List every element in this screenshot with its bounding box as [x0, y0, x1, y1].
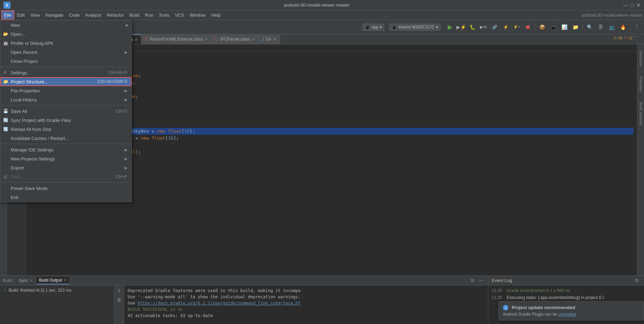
menu-edit[interactable]: Edit: [14, 10, 27, 20]
menu-item-open-recent[interactable]: Open Recent ▶: [0, 48, 131, 57]
sep1: [0, 67, 131, 67]
menu-item-print[interactable]: 🖨 Print... Ctrl+P: [0, 172, 131, 181]
menu-item-manage-ide[interactable]: Manage IDE Settings ▶: [0, 145, 131, 154]
right-panels: Structure Favorites Build Variants: [637, 44, 644, 275]
favorites-panel-btn[interactable]: Favorites: [637, 72, 644, 97]
menu-file[interactable]: File: [1, 10, 14, 20]
menu-build[interactable]: Build: [127, 10, 142, 20]
tab-sa[interactable]: J SA ✕: [259, 34, 280, 44]
menu-item-power-save[interactable]: Power Save Mode: [0, 184, 131, 193]
profiler[interactable]: 📊: [559, 22, 569, 32]
menu-analyze[interactable]: Analyze: [83, 10, 104, 20]
robot-icon: 🤖: [3, 41, 8, 45]
menu-item-exit[interactable]: Exit: [0, 193, 131, 202]
structure-panel-btn[interactable]: Structure: [637, 44, 644, 72]
tab-sync[interactable]: Sync ✕: [16, 277, 35, 284]
print-icon: 🖨: [3, 174, 7, 179]
tab-parserxml-close[interactable]: ✕: [205, 37, 208, 42]
menu-help[interactable]: Help: [208, 10, 223, 20]
sep4: [0, 182, 131, 183]
menu-run[interactable]: Run: [142, 10, 156, 20]
menu-item-sync-gradle[interactable]: 🔄 Sync Project with Gradle Files: [0, 116, 131, 125]
tab-parserxml[interactable]: C ParserForXMLSchema.class ✕: [141, 34, 211, 44]
menu-view[interactable]: View: [27, 10, 43, 20]
tab-parserxml-label: ParserForXMLSchema.class: [150, 37, 203, 42]
avd-manager[interactable]: 📱: [548, 22, 558, 32]
menu-item-file-properties[interactable]: File Properties ▶: [0, 86, 131, 95]
menu-item-profile-debug[interactable]: 🤖 Profile or Debug APK: [0, 39, 131, 48]
layout-inspector[interactable]: 🔍: [585, 22, 594, 32]
expand-icon[interactable]: ⌃: [634, 35, 637, 40]
menu-item-local-history[interactable]: Local History ▶: [0, 95, 131, 104]
emulator[interactable]: 📺: [607, 22, 617, 32]
menu-item-new-projects[interactable]: New Projects Settings ▶: [0, 154, 131, 163]
sdk-manager[interactable]: 📦: [537, 22, 547, 32]
coverage-button[interactable]: ▶%: [479, 22, 488, 32]
notification-link[interactable]: upgraded: [558, 312, 576, 317]
menu-item-export[interactable]: Export ▶: [0, 163, 131, 172]
menu-item-reload-disk[interactable]: 🔃 Reload All from Disk: [0, 125, 131, 134]
maximize-btn[interactable]: □: [631, 2, 634, 8]
app-selector[interactable]: 📱 app ▾: [362, 24, 384, 31]
device-selector[interactable]: 📱 Xiaomi M2007J17C ▾: [389, 24, 440, 31]
tab-build-output[interactable]: Build Output ✕: [36, 277, 69, 284]
device-file-explorer[interactable]: 📁: [570, 22, 580, 32]
menu-tools[interactable]: Tools: [156, 10, 172, 20]
build-variants-btn[interactable]: Build Variants: [637, 97, 644, 131]
window-title: android-3D-model-viewer-master: [284, 2, 350, 8]
build-line-1: Deprecated Gradle features were used in …: [128, 288, 484, 294]
minimize-btn[interactable]: —: [623, 2, 628, 8]
tab-sync-label: Sync: [19, 278, 28, 283]
wrap-output-btn[interactable]: ⇕: [115, 287, 123, 294]
tab-jfcparser[interactable]: C JFCParser.class ✕: [212, 34, 259, 44]
tab-build-close[interactable]: ✕: [63, 278, 66, 282]
database-inspector[interactable]: 🗄: [596, 22, 606, 32]
warning-badge: ⚠ 20 ✕ 12 ⌃: [613, 35, 637, 40]
file-menu-dropdown: ▶ New 📂 Open... 🤖 Profile or Debug APK O…: [0, 20, 132, 202]
debug-button[interactable]: 🐛: [467, 22, 477, 32]
clear-output-btn[interactable]: 🗑: [115, 296, 123, 304]
app-icon: A: [3, 2, 10, 9]
build-link[interactable]: https://docs.gradle.org/6.1.1/userguide/…: [138, 301, 301, 306]
close-btn[interactable]: ✕: [636, 2, 641, 8]
sep3: [582, 24, 583, 31]
sep3: [0, 144, 131, 144]
menu-item-close-project[interactable]: Close Project: [0, 57, 131, 66]
notification-body: Android Gradle Plugin can be upgraded.: [503, 312, 639, 317]
warning-icon: ⚠: [613, 35, 617, 40]
menu-item-save-all[interactable]: 💾 Save All Ctrl+S: [0, 107, 131, 116]
tab-jfcparser-close[interactable]: ✕: [252, 37, 255, 42]
more-tools[interactable]: ⋮: [632, 22, 642, 32]
menu-item-settings[interactable]: ⚙ Settings... Ctrl+Alt+S: [0, 68, 131, 77]
firebase[interactable]: 🔥: [618, 22, 628, 32]
menu-navigate[interactable]: Navigate: [43, 10, 66, 20]
apply-changes[interactable]: ⚡: [501, 22, 510, 32]
tab-sa-close[interactable]: ✕: [273, 37, 276, 42]
tab-modelrenderer-close[interactable]: ✕: [135, 38, 138, 42]
build-line-3: See https://docs.gradle.org/6.1.1/usergu…: [128, 300, 484, 306]
profile-button[interactable]: ▶⚡: [456, 22, 466, 32]
apply-code-changes[interactable]: ⚡+: [512, 22, 522, 32]
event-log-settings[interactable]: ⚙: [633, 277, 641, 284]
build-output-text: Deprecated Gradle features were used in …: [124, 285, 488, 324]
attach-debugger[interactable]: 🔗: [490, 22, 499, 32]
menu-vcs[interactable]: VCS: [172, 10, 187, 20]
menu-item-new[interactable]: ▶ New: [0, 20, 131, 30]
build-line-2: Use '--warning-mode all' to show the ind…: [128, 294, 484, 300]
menu-item-open[interactable]: 📂 Open...: [0, 30, 131, 39]
device-dropdown-arrow[interactable]: ▾: [436, 25, 438, 30]
folder-icon-2: 📁: [3, 79, 8, 84]
menu-item-invalidate[interactable]: Invalidate Caches / Restart...: [0, 134, 131, 143]
tab-sync-close[interactable]: ✕: [29, 279, 32, 282]
stop-button[interactable]: ⏹: [523, 22, 533, 32]
event-log-header: Event Log ⚙: [488, 276, 644, 285]
run-button[interactable]: ▶: [445, 22, 455, 32]
menu-window[interactable]: Window: [187, 10, 208, 20]
menu-item-project-structure[interactable]: 📁 Project Structure... Ctrl+Alt+Shift+S: [0, 77, 131, 86]
app-dropdown-arrow[interactable]: ▾: [380, 25, 382, 30]
build-minimize-btn[interactable]: —: [478, 277, 485, 284]
build-result-item[interactable]: ✓ Build: finished At 2( 1 sec, 313 ms: [1, 287, 113, 294]
build-settings-btn[interactable]: ⚙: [469, 277, 476, 284]
menu-code[interactable]: Code: [66, 10, 83, 20]
menu-refactor[interactable]: Refactor: [104, 10, 127, 20]
